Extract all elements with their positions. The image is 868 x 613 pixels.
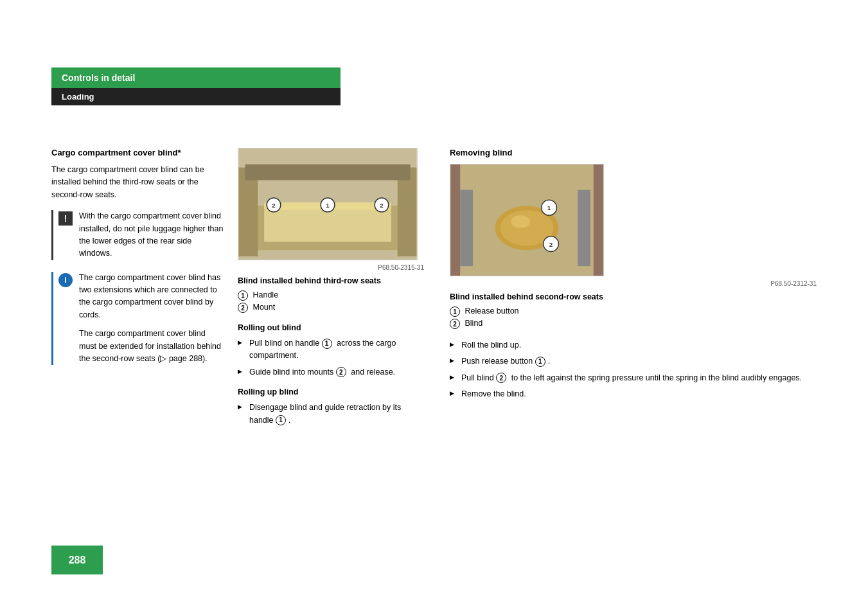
- third-row-numbered-list: 1 Handle 2 Mount: [238, 290, 424, 313]
- rr-list-item-2: 2 Blind: [450, 319, 817, 329]
- third-row-svg: 1 2 2: [238, 148, 417, 260]
- rr-item-2-label: Blind: [465, 319, 483, 328]
- second-row-caption: Blind installed behind second-row seats: [450, 292, 817, 301]
- svg-point-19: [511, 215, 530, 228]
- warning-icon: !: [58, 211, 73, 226]
- svg-text:2: 2: [380, 202, 384, 209]
- svg-text:2: 2: [549, 241, 553, 248]
- svg-rect-3: [398, 168, 417, 256]
- info-para-1: The cargo compartment cover blind has tw…: [79, 272, 225, 322]
- svg-rect-5: [264, 210, 391, 242]
- header-section: Controls in detail Loading: [51, 67, 341, 105]
- rolling-up-list: Disengage blind and guide retraction by …: [238, 402, 424, 427]
- removing-svg: 1 2: [450, 164, 603, 276]
- removing-bullet-2: Push release button 1.: [450, 355, 817, 368]
- second-row-numbered-list: 1 Release button 2 Blind: [450, 306, 817, 329]
- third-row-caption: Blind installed behind third-row seats: [238, 276, 424, 285]
- svg-rect-16: [578, 190, 590, 267]
- left-column: Cargo compartment cover blind* The cargo…: [51, 148, 238, 436]
- list-item-2: 2 Mount: [238, 303, 424, 313]
- svg-rect-15: [460, 190, 473, 267]
- svg-rect-24: [450, 164, 460, 276]
- removing-bullet-3: Pull blind 2 to the left against the spr…: [450, 372, 817, 384]
- cargo-section-title: Cargo compartment cover blind*: [51, 148, 225, 157]
- list-item-1: 1 Handle: [238, 290, 424, 301]
- removing-diagram: 1 2: [450, 164, 604, 276]
- svg-rect-25: [594, 164, 603, 276]
- content-area: Cargo compartment cover blind* The cargo…: [51, 148, 817, 436]
- page-number: 288: [69, 555, 86, 566]
- rr-circle-1: 1: [450, 306, 460, 317]
- svg-rect-6: [245, 164, 410, 181]
- item-1-label: Handle: [252, 290, 278, 299]
- warning-text: With the cargo compartment cover blind i…: [79, 210, 225, 260]
- warning-box: ! With the cargo compartment cover blind…: [51, 210, 225, 260]
- info-text-wrapper: The cargo compartment cover blind has tw…: [79, 272, 225, 366]
- info-para-2: The cargo compartment cover blind must b…: [79, 328, 225, 365]
- circle-2: 2: [238, 303, 248, 313]
- rolling-out-list: Pull blind on handle 1 across the cargo …: [238, 337, 424, 378]
- page-number-box: 288: [51, 546, 103, 574]
- intro-text: The cargo compartment cover blind can be…: [51, 164, 225, 201]
- right-column: Removing blind: [443, 148, 817, 436]
- third-row-image-ref: P68.50-2315-31: [238, 264, 424, 271]
- subsection-title: Loading: [62, 92, 94, 102]
- info-icon: i: [58, 273, 73, 287]
- removing-blind-title: Removing blind: [450, 148, 817, 157]
- removing-bullet-4: Remove the blind.: [450, 388, 817, 400]
- svg-text:2: 2: [272, 202, 276, 209]
- controls-in-detail-bar: Controls in detail: [51, 67, 341, 88]
- rr-list-item-1: 1 Release button: [450, 306, 817, 317]
- rolling-out-bullet-1: Pull blind on handle 1 across the cargo …: [238, 337, 424, 362]
- rolling-out-bullet-2: Guide blind into mounts 2 and release.: [238, 366, 424, 378]
- svg-text:1: 1: [547, 204, 551, 211]
- removing-bullets: Roll the blind up. Push release button 1…: [450, 339, 817, 401]
- rr-item-1-label: Release button: [465, 306, 518, 315]
- info-box: i The cargo compartment cover blind has …: [51, 272, 225, 366]
- rolling-up-bullet-1: Disengage blind and guide retraction by …: [238, 402, 424, 427]
- rr-circle-2: 2: [450, 319, 460, 329]
- removing-bullet-1: Roll the blind up.: [450, 339, 817, 351]
- svg-rect-2: [239, 168, 258, 256]
- svg-text:1: 1: [326, 202, 330, 209]
- loading-bar: Loading: [51, 88, 341, 105]
- circle-1: 1: [238, 290, 248, 301]
- item-2-label: Mount: [252, 303, 275, 312]
- third-row-diagram: 1 2 2: [238, 148, 418, 260]
- rolling-out-title: Rolling out blind: [238, 323, 424, 332]
- rolling-up-title: Rolling up blind: [238, 387, 424, 396]
- middle-column: 1 2 2 P68.50-2315-31 Blind installed beh…: [238, 148, 443, 436]
- section-title: Controls in detail: [62, 73, 135, 83]
- removing-image-ref: P68.50-2312-31: [450, 280, 817, 287]
- page-container: Controls in detail Loading Cargo compart…: [0, 0, 868, 613]
